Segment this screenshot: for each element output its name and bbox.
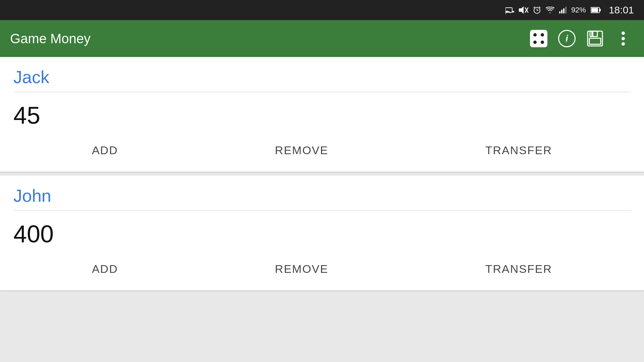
player-name-jack: Jack bbox=[13, 67, 631, 92]
svg-point-23 bbox=[622, 37, 625, 40]
app-bar: Game Money i bbox=[0, 20, 644, 57]
svg-line-9 bbox=[534, 7, 535, 8]
battery-percent: 92% bbox=[571, 6, 586, 14]
dice-button[interactable] bbox=[528, 28, 549, 49]
alarm-icon bbox=[533, 6, 541, 14]
info-button[interactable]: i bbox=[556, 28, 578, 49]
wifi-icon bbox=[546, 7, 554, 13]
player-actions-john: ADD REMOVE TRANSFER bbox=[13, 254, 631, 284]
svg-marker-3 bbox=[519, 6, 524, 14]
player-balance-jack: 45 bbox=[13, 98, 631, 136]
battery-icon bbox=[591, 7, 601, 13]
remove-button-john[interactable]: REMOVE bbox=[262, 258, 342, 280]
dice-dot bbox=[541, 33, 544, 37]
svg-rect-14 bbox=[565, 7, 567, 13]
status-icons: 92% 18:01 bbox=[505, 4, 634, 16]
svg-line-10 bbox=[539, 7, 540, 8]
more-button[interactable] bbox=[612, 28, 634, 49]
signal-icon bbox=[559, 7, 567, 13]
player-balance-john: 400 bbox=[13, 217, 631, 254]
svg-point-22 bbox=[622, 32, 625, 35]
player-card-john: John 400 ADD REMOVE TRANSFER bbox=[0, 176, 644, 290]
save-button[interactable] bbox=[584, 28, 606, 49]
svg-rect-20 bbox=[591, 31, 593, 36]
app-bar-actions: i bbox=[528, 28, 634, 49]
svg-point-24 bbox=[622, 42, 625, 46]
svg-rect-13 bbox=[563, 8, 565, 13]
add-button-jack[interactable]: ADD bbox=[78, 139, 131, 162]
svg-rect-11 bbox=[559, 11, 560, 13]
save-icon bbox=[587, 30, 603, 47]
dice-dot bbox=[533, 41, 537, 44]
mute-icon bbox=[519, 6, 528, 14]
cast-icon bbox=[505, 6, 514, 14]
app-title: Game Money bbox=[10, 31, 528, 46]
more-icon bbox=[621, 31, 626, 46]
svg-rect-19 bbox=[590, 31, 597, 37]
player-card-jack: Jack 45 ADD REMOVE TRANSFER bbox=[0, 57, 644, 172]
info-icon: i bbox=[558, 30, 576, 47]
svg-point-1 bbox=[505, 13, 506, 14]
dice-dot bbox=[541, 41, 544, 44]
svg-rect-17 bbox=[599, 9, 601, 11]
svg-rect-21 bbox=[589, 38, 601, 44]
svg-rect-2 bbox=[512, 11, 514, 12]
svg-rect-12 bbox=[561, 10, 562, 13]
remove-button-jack[interactable]: REMOVE bbox=[262, 139, 342, 162]
svg-rect-16 bbox=[591, 8, 598, 12]
main-content: Jack 45 ADD REMOVE TRANSFER John 400 ADD… bbox=[0, 57, 644, 362]
player-actions-jack: ADD REMOVE TRANSFER bbox=[13, 136, 631, 165]
dice-dot bbox=[533, 33, 537, 37]
dice-icon bbox=[530, 30, 547, 47]
transfer-button-john[interactable]: TRANSFER bbox=[472, 258, 566, 280]
transfer-button-jack[interactable]: TRANSFER bbox=[472, 139, 566, 162]
add-button-john[interactable]: ADD bbox=[78, 258, 131, 280]
player-name-john: John bbox=[13, 186, 631, 211]
status-bar: 92% 18:01 bbox=[0, 0, 644, 20]
status-time: 18:01 bbox=[609, 4, 634, 16]
